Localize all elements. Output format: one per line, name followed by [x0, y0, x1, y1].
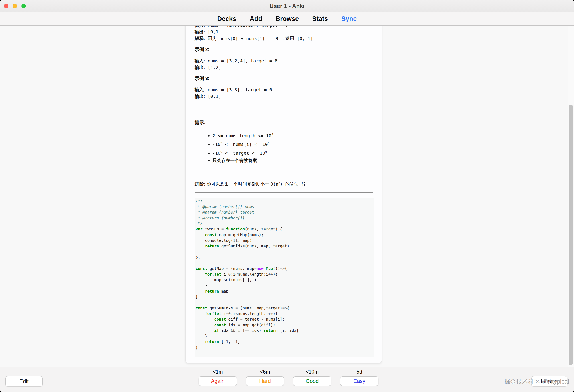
nav-item-browse[interactable]: Browse: [275, 15, 299, 22]
example2-heading: 示例 2:: [195, 46, 374, 53]
advanced-note: 进阶: 你可以想出一个时间复杂度小于 O(n2) 的算法吗?: [195, 180, 374, 187]
answer-time-easy: 5d: [356, 369, 362, 375]
answer-group-again: <1m Again: [199, 369, 237, 386]
example1-input: 输入: nums = [2,7,11,15], target = 9: [195, 26, 374, 28]
chevron-down-icon: ▼: [554, 379, 558, 384]
answer-time-hard: <6m: [260, 369, 270, 375]
answer-time-again: <1m: [213, 369, 223, 375]
example1-output: 输出: [0,1]: [195, 28, 374, 35]
window-title: User 1 - Anki: [0, 0, 574, 12]
example3-block: 输入: nums = [3,3], target = 6 输出: [0,1]: [195, 86, 374, 100]
answer-bar: Edit <1m Again <6m Hard <10m Good 5d Eas…: [0, 367, 574, 392]
constraints-list: 2 <= nums.length <= 104 -109 <= nums[i] …: [195, 131, 374, 165]
good-button[interactable]: Good: [293, 376, 331, 386]
edit-button[interactable]: Edit: [5, 376, 43, 386]
vertical-scrollbar[interactable]: [568, 26, 574, 367]
constraint-item: 2 <= nums.length <= 104: [212, 131, 374, 140]
review-area: 输入: nums = [2,7,11,15], target = 9 输出: […: [0, 26, 574, 367]
nav-item-add[interactable]: Add: [250, 15, 262, 22]
flashcard: 输入: nums = [2,7,11,15], target = 9 输出: […: [185, 26, 382, 363]
answer-group-hard: <6m Hard: [246, 369, 284, 386]
constraint-item: -109 <= nums[i] <= 109: [212, 140, 374, 148]
constraint-item: 只会存在一个有效答案: [212, 157, 374, 165]
code-block: /** * @param {number[]} nums * @param {n…: [195, 198, 374, 357]
hard-button[interactable]: Hard: [246, 376, 284, 386]
example1-explain: 解释: 因为 nums[0] + nums[1] == 9 ，返回 [0, 1]…: [195, 35, 374, 42]
answer-group-good: <10m Good: [293, 369, 331, 386]
example3-input: 输入: nums = [3,3], target = 6: [195, 86, 374, 93]
answer-divider: [195, 192, 373, 193]
example2-output: 输出: [1,2]: [195, 64, 374, 71]
scrollbar-thumb[interactable]: [569, 104, 573, 365]
answer-time-good: <10m: [306, 369, 319, 375]
easy-button[interactable]: Easy: [340, 376, 378, 386]
anki-window: User 1 - Anki Decks Add Browse Stats Syn…: [0, 0, 574, 392]
example2-input: 输入: nums = [3,2,4], target = 6: [195, 57, 374, 64]
constraint-item: -109 <= target <= 109: [212, 148, 374, 157]
titlebar: User 1 - Anki: [0, 0, 574, 12]
answer-group-easy: 5d Easy: [340, 369, 378, 386]
example3-output: 输出: [0,1]: [195, 93, 374, 100]
more-button[interactable]: More▼: [531, 376, 567, 386]
answer-buttons: <1m Again <6m Hard <10m Good 5d Easy: [199, 369, 378, 386]
example2-block: 输入: nums = [3,2,4], target = 6 输出: [1,2]: [195, 57, 374, 71]
again-button[interactable]: Again: [199, 376, 237, 386]
example3-heading: 示例 3:: [195, 75, 374, 82]
nav-item-sync[interactable]: Sync: [341, 15, 357, 22]
nav-item-decks[interactable]: Decks: [217, 15, 236, 22]
hints-heading: 提示:: [195, 119, 374, 126]
example1-block: 输入: nums = [2,7,11,15], target = 9 输出: […: [195, 26, 374, 42]
main-nav: Decks Add Browse Stats Sync: [0, 12, 574, 26]
nav-item-stats[interactable]: Stats: [312, 15, 328, 22]
